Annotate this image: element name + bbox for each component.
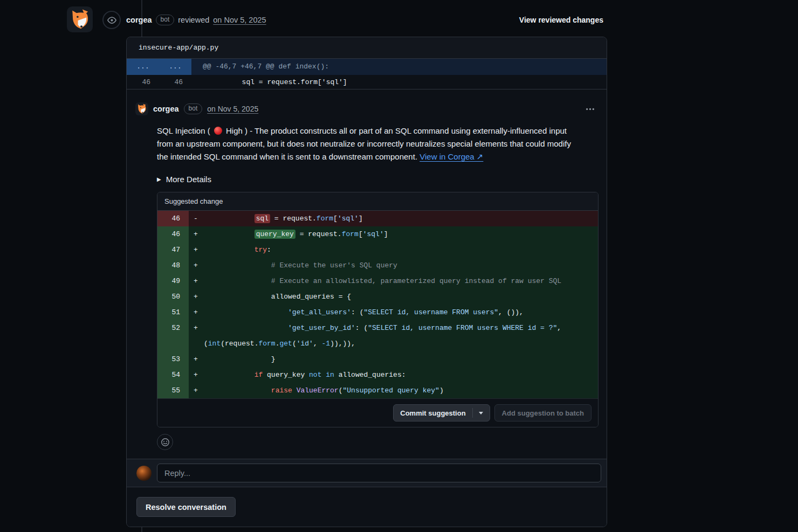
resolve-section: Resolve conversation (127, 487, 607, 527)
kebab-horizontal-icon (586, 105, 595, 114)
code-text: try: (203, 242, 598, 258)
code-text: sql = request.form['sql'] (203, 211, 598, 226)
line-number: 50 (157, 289, 189, 305)
comment-body: SQL Injection ( High ) - The product con… (157, 125, 584, 163)
line-number: 46 (157, 226, 189, 242)
eye-icon (107, 16, 116, 25)
diff-sign: + (189, 258, 203, 273)
line-number: 54 (157, 367, 189, 383)
line-number: 51 (157, 305, 189, 320)
suggestion-line-55-add: 55+ raise ValueError("Unsupported query … (157, 383, 598, 398)
comment-thread: corgea bot on Nov 5, 2025 SQL Injection … (127, 89, 607, 459)
code-text: if query_key not in allowed_queries: (203, 367, 598, 383)
view-reviewed-changes-link[interactable]: View reviewed changes (519, 16, 603, 24)
disclosure-triangle-icon: ▶ (157, 176, 161, 182)
context-code: sql = request.form['sql'] (191, 75, 607, 89)
suggestion-line-50-add: 50+ allowed_queries = { (157, 289, 598, 305)
comment-bot-badge: bot (184, 103, 203, 114)
comment-options-button[interactable] (583, 103, 597, 115)
more-details-label: More Details (166, 175, 211, 184)
diff-expander: ... ... (127, 59, 191, 75)
code-text: query_key = request.form['sql'] (203, 226, 598, 242)
add-suggestion-to-batch-button[interactable]: Add suggestion to batch (494, 404, 591, 422)
button-divider (472, 408, 473, 418)
diff-sign: + (189, 383, 203, 398)
reviewer-name[interactable]: corgea (126, 16, 152, 24)
review-action-text: reviewed (178, 16, 209, 24)
comment-author-avatar[interactable] (135, 102, 148, 115)
line-number: 46 (157, 211, 189, 226)
more-details-toggle[interactable]: ▶ More Details (157, 175, 211, 184)
comment-date-link[interactable]: on Nov 5, 2025 (207, 105, 258, 113)
resolve-conversation-button[interactable]: Resolve conversation (136, 497, 236, 517)
comment-text: SQL Injection ( (157, 126, 212, 135)
code-text: allowed_queries = { (203, 289, 598, 305)
diff-sign: + (189, 242, 203, 258)
comment-author-name[interactable]: corgea (153, 105, 179, 113)
diff-sign: + (189, 367, 203, 383)
suggestion-line-46-del: 46- sql = request.form['sql'] (157, 211, 598, 226)
comment-header: corgea bot on Nov 5, 2025 (135, 102, 597, 115)
diff-sign: + (189, 320, 203, 351)
code-text: # Execute the user's SQL query (203, 258, 598, 273)
reply-section (127, 459, 607, 487)
expand-diff-up-button[interactable]: ... (127, 59, 159, 75)
suggestion-diff: 46- sql = request.form['sql']46+ query_k… (157, 211, 598, 398)
commit-suggestion-label: Commit suggestion (400, 409, 465, 417)
diff-sign: + (189, 351, 203, 367)
line-number: 49 (157, 273, 189, 289)
code-text: # Execute an allowlisted, parameterized … (203, 273, 598, 289)
smiley-icon (161, 438, 170, 447)
suggestion-line-47-add: 47+ try: (157, 242, 598, 258)
diff-sign: + (189, 305, 203, 320)
diff-sign: - (189, 211, 203, 226)
review-date-link[interactable]: on Nov 5, 2025 (213, 16, 266, 24)
old-line-number: 46 (127, 75, 159, 89)
commit-suggestion-button[interactable]: Commit suggestion (393, 404, 490, 422)
suggestion-actions: Commit suggestion Add suggestion to batc… (157, 398, 598, 427)
line-number: 53 (157, 351, 189, 367)
bot-badge: bot (156, 15, 175, 25)
suggestion-line-54-add: 54+ if query_key not in allowed_queries: (157, 367, 598, 383)
diff-sign: + (189, 289, 203, 305)
suggested-change-block: Suggested change 46- sql = request.form[… (157, 192, 598, 427)
diff-context-line: 46 46 sql = request.form['sql'] (127, 75, 607, 89)
review-card: insecure-app/app.py ... ... @@ -46,7 +46… (126, 37, 607, 527)
code-text: } (203, 351, 598, 367)
diff-hunk-row: ... ... @@ -46,7 +46,7 @@ def index(): (127, 59, 607, 75)
reviewer-avatar[interactable] (67, 6, 93, 32)
corgea-fox-logo-icon (68, 8, 92, 31)
suggestion-line-49-add: 49+ # Execute an allowlisted, parameteri… (157, 273, 598, 289)
diff-sign: + (189, 226, 203, 242)
suggested-change-title: Suggested change (157, 192, 598, 211)
add-reaction-button[interactable] (157, 434, 173, 450)
suggestion-line-46-add: 46+ query_key = request.form['sql'] (157, 226, 598, 242)
suggestion-line-51-add: 51+ 'get_all_users': ("SELECT id, userna… (157, 305, 598, 320)
code-text: raise ValueError("Unsupported query key"… (203, 383, 598, 398)
current-user-avatar[interactable] (136, 466, 152, 481)
line-number: 52 (157, 320, 189, 351)
hunk-header: @@ -46,7 +46,7 @@ def index(): (191, 59, 607, 75)
line-number: 48 (157, 258, 189, 273)
code-text: 'get_user_by_id': ("SELECT id, username … (203, 320, 598, 351)
suggestion-line-53-add: 53+ } (157, 351, 598, 367)
line-number: 55 (157, 383, 189, 398)
corgea-fox-logo-icon (136, 103, 148, 115)
suggestion-line-52-add: 52+ 'get_user_by_id': ("SELECT id, usern… (157, 320, 598, 351)
view-in-corgea-link[interactable]: View in Corgea ↗ (419, 152, 483, 161)
review-header: corgea bot reviewed on Nov 5, 2025 (126, 15, 266, 25)
line-number: 47 (157, 242, 189, 258)
diff-sign: + (189, 273, 203, 289)
dropdown-caret-icon (479, 412, 483, 414)
expand-diff-down-button[interactable]: ... (159, 59, 191, 75)
code-text: 'get_all_users': ("SELECT id, username F… (203, 305, 598, 320)
new-line-number: 46 (159, 75, 191, 89)
severity-high-dot (214, 127, 222, 135)
reply-input[interactable] (157, 464, 601, 482)
review-event-badge (102, 11, 121, 29)
suggestion-line-48-add: 48+ # Execute the user's SQL query (157, 258, 598, 273)
file-name[interactable]: insecure-app/app.py (127, 37, 607, 59)
